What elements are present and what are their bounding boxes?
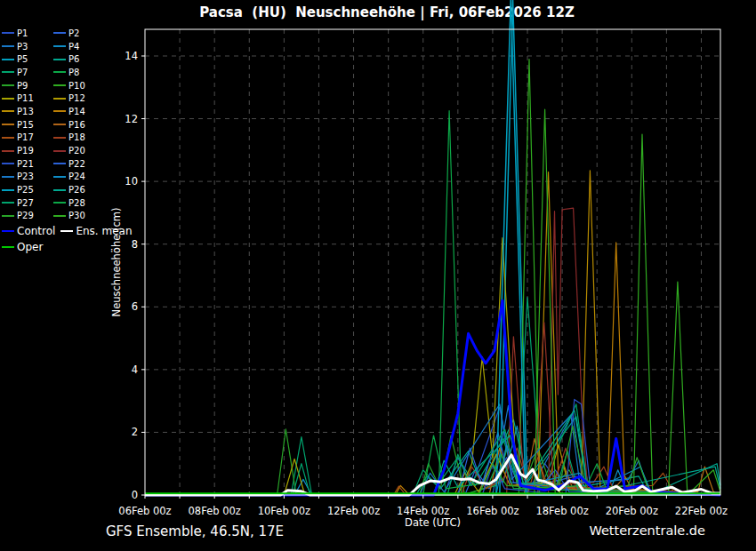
legend-row: P7P8 xyxy=(2,66,138,79)
model-info-text: GFS Ensemble, 46.5N, 17E xyxy=(106,523,284,539)
legend-swatch-icon xyxy=(2,150,14,152)
legend-label: P3 xyxy=(17,42,28,52)
legend-item-p22: P22 xyxy=(53,159,105,169)
legend-row: Oper xyxy=(2,240,138,254)
legend-label: P9 xyxy=(17,81,28,91)
legend-swatch-icon xyxy=(2,137,14,139)
legend-swatch-icon xyxy=(53,202,66,204)
legend-swatch-icon xyxy=(2,215,14,217)
legend-label: P13 xyxy=(17,107,34,116)
legend-swatch-icon xyxy=(2,124,14,125)
legend-item-p17: P17 xyxy=(2,132,53,142)
legend-label: P10 xyxy=(68,81,85,91)
legend-row: P25P26 xyxy=(2,183,138,196)
x-tick-label: 16Feb 00z xyxy=(466,505,519,517)
legend-item-p30: P30 xyxy=(53,211,105,220)
legend-swatch-icon xyxy=(2,59,14,60)
legend-swatch-icon xyxy=(53,189,66,191)
series-line-p5 xyxy=(145,0,720,495)
legend-label: P5 xyxy=(17,54,28,64)
y-tick-label: 6 xyxy=(132,300,138,313)
plot-frame xyxy=(145,29,720,495)
legend-item-p10: P10 xyxy=(53,81,105,91)
legend-label: Oper xyxy=(17,241,43,253)
x-tick-label: 14Feb 00z xyxy=(397,505,449,517)
legend-swatch-icon xyxy=(2,32,14,34)
legend-row: P21P22 xyxy=(2,157,138,171)
legend-label: P8 xyxy=(68,68,79,77)
x-tick-label: 20Feb 00z xyxy=(606,505,658,517)
legend-swatch-icon xyxy=(2,230,14,232)
legend-item-p3: P3 xyxy=(2,42,53,52)
legend-label: P1 xyxy=(17,28,28,38)
legend-item-p27: P27 xyxy=(2,198,53,208)
legend-row: ControlEns. mean xyxy=(2,224,138,238)
legend-row: P23P24 xyxy=(2,171,138,184)
legend-swatch-icon xyxy=(60,230,73,232)
legend-swatch-icon xyxy=(2,189,14,191)
x-tick-label: 06Feb 00z xyxy=(118,505,171,517)
legend-item-p11: P11 xyxy=(2,93,53,103)
legend-item-p20: P20 xyxy=(53,146,105,156)
legend-item-control: Control xyxy=(2,225,55,237)
legend-row: P1P2 xyxy=(2,27,138,40)
legend-swatch-icon xyxy=(2,176,14,178)
legend-label: P21 xyxy=(17,159,34,169)
legend-item-p18: P18 xyxy=(53,132,105,142)
series-line-p8 xyxy=(145,111,720,495)
legend-swatch-icon xyxy=(2,71,14,73)
legend-item-oper: Oper xyxy=(2,241,43,253)
legend-swatch-icon xyxy=(2,202,14,204)
legend-item-p26: P26 xyxy=(53,185,105,195)
legend-item-p2: P2 xyxy=(53,28,105,38)
legend-swatch-icon xyxy=(53,176,66,178)
legend-label: P7 xyxy=(17,68,28,77)
legend-item-p4: P4 xyxy=(53,42,105,52)
legend-swatch-icon xyxy=(53,59,66,60)
legend-label: P29 xyxy=(17,211,34,220)
legend-label: P25 xyxy=(17,185,34,195)
legend-label: P28 xyxy=(68,198,85,208)
series-line-p25 xyxy=(145,0,720,495)
legend-item-p5: P5 xyxy=(2,54,53,64)
legend-label: P2 xyxy=(68,28,79,38)
legend-label: P15 xyxy=(17,120,34,130)
legend-row: P17P18 xyxy=(2,132,138,145)
legend-swatch-icon xyxy=(2,246,14,248)
legend-swatch-icon xyxy=(53,110,66,112)
x-tick-label: 18Feb 00z xyxy=(535,505,588,517)
legend-swatch-icon xyxy=(2,98,14,100)
legend-swatch-icon xyxy=(2,110,14,112)
legend-label: P12 xyxy=(68,93,85,103)
legend-item-p15: P15 xyxy=(2,120,53,130)
legend-label: P14 xyxy=(68,107,85,116)
legend-item-p6: P6 xyxy=(53,54,105,64)
x-tick-label: 22Feb 00z xyxy=(675,505,728,517)
legend-label: P23 xyxy=(17,172,34,181)
legend-label: P18 xyxy=(68,132,85,142)
legend-item-p16: P16 xyxy=(53,120,105,130)
legend-label: Control xyxy=(17,225,55,237)
legend-label: P4 xyxy=(68,42,79,52)
legend-item-p1: P1 xyxy=(2,28,53,38)
legend-item-p9: P9 xyxy=(2,81,53,91)
legend-swatch-icon xyxy=(2,163,14,164)
y-tick-label: 4 xyxy=(132,363,138,376)
series-line-p13 xyxy=(145,171,720,495)
legend-label: P30 xyxy=(68,211,85,220)
legend-label: P16 xyxy=(68,120,85,130)
legend-item-p29: P29 xyxy=(2,211,53,220)
legend-item-p13: P13 xyxy=(2,107,53,116)
legend-item-p12: P12 xyxy=(53,93,105,103)
legend-row: P3P4 xyxy=(2,40,138,53)
legend-swatch-icon xyxy=(53,137,66,139)
legend-row: P15P16 xyxy=(2,118,138,132)
y-tick-label: 0 xyxy=(132,489,138,501)
legend-label: P6 xyxy=(68,54,79,64)
legend-row: P5P6 xyxy=(2,52,138,66)
legend-row: P11P12 xyxy=(2,92,138,105)
legend-swatch-icon xyxy=(53,150,66,152)
legend-swatch-icon xyxy=(53,98,66,100)
legend-item-p24: P24 xyxy=(53,172,105,181)
legend-swatch-icon xyxy=(53,124,66,125)
